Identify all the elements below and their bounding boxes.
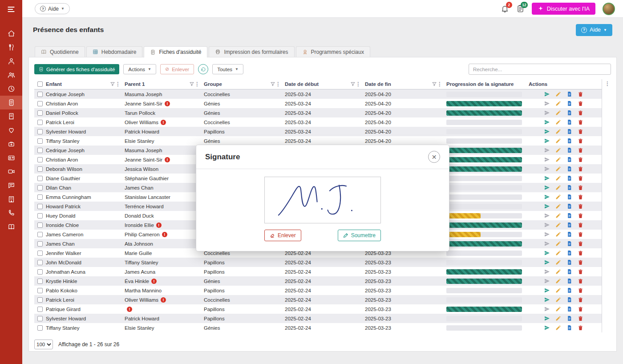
filter-icon[interactable] — [190, 82, 194, 86]
edit-icon[interactable] — [555, 269, 561, 275]
sidebar-item-video[interactable] — [0, 165, 22, 178]
copy-icon[interactable] — [566, 138, 572, 144]
page-help-button[interactable]: ? Aide ▼ — [576, 24, 612, 36]
row-checkbox[interactable] — [37, 241, 43, 247]
sidebar-item-phone[interactable] — [0, 206, 22, 220]
delete-icon[interactable] — [578, 119, 583, 125]
edit-icon[interactable] — [555, 138, 561, 144]
delete-icon[interactable] — [578, 147, 583, 153]
delete-icon[interactable] — [578, 231, 583, 237]
delete-icon[interactable] — [578, 175, 583, 181]
send-icon[interactable] — [544, 119, 550, 125]
send-icon[interactable] — [544, 269, 550, 275]
copy-icon[interactable] — [566, 278, 572, 284]
row-checkbox[interactable] — [37, 166, 43, 172]
signature-canvas[interactable] — [264, 177, 381, 223]
row-checkbox[interactable] — [37, 260, 43, 265]
delete-icon[interactable] — [578, 306, 583, 312]
user-avatar[interactable] — [603, 3, 615, 15]
row-checkbox[interactable] — [37, 269, 43, 275]
copy-icon[interactable] — [566, 157, 572, 162]
send-icon[interactable] — [544, 213, 550, 218]
chat-ai-button[interactable]: Discuter avec l'IA — [532, 3, 595, 15]
edit-icon[interactable] — [555, 101, 561, 106]
send-icon[interactable] — [544, 297, 550, 303]
row-checkbox[interactable] — [37, 110, 43, 116]
sidebar-item-attendance-sheets[interactable] — [0, 96, 22, 109]
edit-icon[interactable] — [555, 203, 561, 209]
copy-icon[interactable] — [566, 297, 572, 303]
sidebar-item-family[interactable] — [0, 68, 22, 82]
row-checkbox[interactable] — [37, 194, 43, 200]
delete-icon[interactable] — [578, 250, 583, 256]
sidebar-item-journal[interactable] — [0, 220, 22, 234]
sidebar-item-messages[interactable] — [0, 178, 22, 192]
row-checkbox[interactable] — [37, 288, 43, 293]
send-icon[interactable] — [544, 315, 550, 321]
send-icon[interactable] — [544, 185, 550, 190]
copy-icon[interactable] — [566, 91, 572, 97]
column-menu-icon[interactable]: ⋮ — [275, 81, 281, 87]
edit-icon[interactable] — [555, 250, 561, 256]
row-checkbox[interactable] — [37, 185, 43, 190]
delete-icon[interactable] — [578, 278, 583, 284]
delete-icon[interactable] — [578, 157, 583, 162]
delete-icon[interactable] — [578, 101, 583, 106]
copy-icon[interactable] — [566, 231, 572, 237]
copy-icon[interactable] — [566, 259, 572, 265]
delete-icon[interactable] — [578, 325, 583, 331]
sidebar-item-child[interactable] — [0, 54, 22, 68]
row-checkbox[interactable] — [37, 316, 43, 321]
tab-programmes-speciaux[interactable]: Programmes spéciaux — [296, 46, 370, 57]
row-checkbox[interactable] — [37, 129, 43, 134]
edit-icon[interactable] — [555, 278, 561, 284]
edit-icon[interactable] — [555, 129, 561, 134]
filter-icon[interactable] — [351, 82, 355, 86]
delete-icon[interactable] — [578, 91, 583, 97]
sidebar-item-first-aid[interactable] — [0, 137, 22, 151]
edit-icon[interactable] — [555, 166, 561, 172]
send-icon[interactable] — [544, 129, 550, 134]
send-icon[interactable] — [544, 306, 550, 312]
row-checkbox[interactable] — [37, 204, 43, 209]
row-checkbox[interactable] — [37, 157, 43, 162]
delete-icon[interactable] — [578, 129, 583, 134]
send-icon[interactable] — [544, 110, 550, 116]
send-icon[interactable] — [544, 147, 550, 153]
delete-icon[interactable] — [578, 259, 583, 265]
row-checkbox[interactable] — [37, 120, 43, 125]
copy-icon[interactable] — [566, 325, 572, 331]
signature-submit-button[interactable]: Soumettre — [338, 230, 381, 241]
copy-icon[interactable] — [566, 287, 572, 293]
edit-icon[interactable] — [555, 315, 561, 321]
refresh-button[interactable] — [198, 64, 208, 74]
filter-icon[interactable] — [110, 82, 115, 86]
row-checkbox[interactable] — [37, 176, 43, 181]
delete-icon[interactable] — [578, 138, 583, 144]
send-icon[interactable] — [544, 287, 550, 293]
send-icon[interactable] — [544, 157, 550, 162]
filter-dropdown[interactable]: Toutes▼ — [212, 64, 243, 74]
row-checkbox[interactable] — [37, 297, 43, 303]
copy-icon[interactable] — [566, 175, 572, 181]
sidebar-item-invoices[interactable] — [0, 109, 22, 123]
copy-icon[interactable] — [566, 101, 572, 106]
send-icon[interactable] — [544, 222, 550, 228]
send-icon[interactable] — [544, 175, 550, 181]
close-icon[interactable]: ✕ — [428, 151, 440, 163]
delete-icon[interactable] — [578, 194, 583, 200]
row-checkbox[interactable] — [37, 148, 43, 153]
tasks-button[interactable]: 12 — [516, 4, 525, 13]
edit-icon[interactable] — [555, 241, 561, 247]
page-size-select[interactable]: 100 — [34, 340, 53, 349]
send-icon[interactable] — [544, 101, 550, 106]
tab-hebdomadaire[interactable]: Hebdomadaire — [86, 46, 143, 57]
row-checkbox[interactable] — [37, 222, 43, 228]
delete-icon[interactable] — [578, 203, 583, 209]
copy-icon[interactable] — [566, 315, 572, 321]
delete-icon[interactable] — [578, 269, 583, 275]
copy-icon[interactable] — [566, 203, 572, 209]
filter-icon[interactable] — [271, 82, 275, 86]
delete-icon[interactable] — [578, 166, 583, 172]
delete-icon[interactable] — [578, 241, 583, 247]
